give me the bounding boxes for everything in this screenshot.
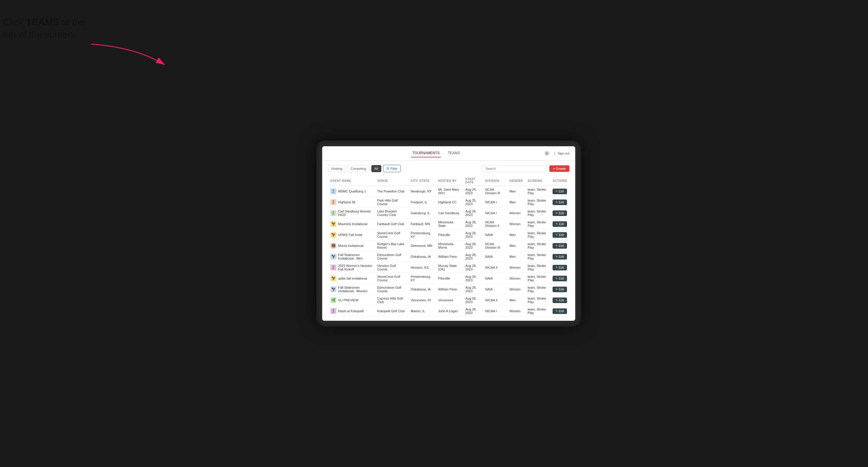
- toolbar: Hosting Competing All ☰ Filter + Create: [328, 165, 569, 172]
- table-row: 🏌️ Klash at Kokopelli Kokopelli Golf Clu…: [328, 306, 569, 317]
- cell-event-name: 🌿 VU PREVIEW: [328, 295, 375, 306]
- edit-button[interactable]: ✎ Edit: [553, 287, 567, 292]
- event-name-text: UPIKE Fall Invite: [338, 233, 363, 237]
- create-button[interactable]: + Create: [549, 165, 569, 172]
- search-input[interactable]: [482, 165, 547, 172]
- table-row: 🦅 Fall Statesmen Invitational - Women Ed…: [328, 284, 569, 295]
- table-header: EVENT NAME VENUE CITY, STATE HOSTED BY S…: [328, 176, 569, 186]
- cell-hosted-by: Vincennes: [436, 295, 463, 306]
- cell-actions: ✎ Edit: [550, 251, 569, 262]
- instruction-arrow: [83, 41, 170, 65]
- edit-button[interactable]: ✎ Edit: [553, 276, 567, 281]
- col-division: DIVISION: [483, 176, 507, 186]
- cell-scoring: team, Stroke Play: [525, 208, 550, 219]
- event-name-text: Fall Statesmen Invitational - Women: [338, 286, 372, 293]
- table-row: 🏌️ Carl Sandburg Women FA23 Lake Bracken…: [328, 208, 569, 219]
- cell-gender: Women: [507, 262, 526, 273]
- edit-label: Edit: [559, 201, 564, 204]
- cell-city-state: Faribault, MN: [408, 219, 436, 229]
- cell-gender: Men: [507, 251, 526, 262]
- edit-button[interactable]: ✎ Edit: [553, 243, 567, 249]
- event-name-text: 2023 Women's Hesston Fall Kickoff: [338, 264, 372, 271]
- cell-city-state: Prestonsburg, KY: [408, 229, 436, 241]
- cell-division: NICAA II: [483, 295, 507, 306]
- edit-icon: ✎: [556, 277, 558, 280]
- sign-out-link[interactable]: Sign out: [558, 152, 569, 155]
- cell-actions: ✎ Edit: [550, 306, 569, 317]
- cell-start-date: Aug 28, 2023: [463, 273, 483, 284]
- filter-all[interactable]: All: [371, 165, 381, 172]
- edit-button[interactable]: ✎ Edit: [553, 298, 567, 303]
- cell-actions: ✎ Edit: [550, 208, 569, 219]
- edit-icon: ✎: [556, 310, 558, 312]
- cell-gender: Women: [507, 306, 526, 317]
- cell-division: NAIA: [483, 251, 507, 262]
- edit-icon: ✎: [556, 299, 558, 302]
- event-name-text: Fall Statesmen Invitational - Men: [338, 253, 372, 260]
- cell-start-date: Aug 28, 2023: [463, 295, 483, 306]
- settings-icon[interactable]: ⚙: [544, 151, 550, 156]
- cell-gender: Men: [507, 229, 526, 241]
- edit-label: Edit: [559, 266, 564, 269]
- edit-icon: ✎: [556, 255, 558, 258]
- tab-tournaments[interactable]: TOURNAMENTS: [411, 149, 440, 157]
- edit-button[interactable]: ✎ Edit: [553, 221, 567, 227]
- cell-scoring: team, Stroke Play: [525, 284, 550, 295]
- edit-label: Edit: [559, 190, 564, 193]
- event-icon: 🏌️: [331, 264, 336, 271]
- cell-actions: ✎ Edit: [550, 186, 569, 197]
- cell-division: NAIA: [483, 284, 507, 295]
- edit-icon: ✎: [556, 212, 558, 215]
- event-icon: 🏌️: [331, 199, 336, 205]
- cell-scoring: team, Stroke Play: [525, 229, 550, 241]
- col-scoring: SCORING: [525, 176, 550, 186]
- edit-button[interactable]: ✎ Edit: [553, 265, 567, 271]
- edit-button[interactable]: ✎ Edit: [553, 210, 567, 216]
- edit-button[interactable]: ✎ Edit: [553, 189, 567, 194]
- instruction-text: Click TEAMS at the top of the screen.: [3, 16, 94, 41]
- edit-icon: ✎: [556, 244, 558, 247]
- cell-event-name: 🏌️ 2023 Women's Hesston Fall Kickoff: [328, 262, 375, 273]
- cell-event-name: 🐻 Morris Invitational: [328, 241, 375, 251]
- cell-start-date: Aug 28, 2023: [463, 251, 483, 262]
- cell-division: NCAA Division III: [483, 241, 507, 251]
- cell-start-date: Aug 25, 2023: [463, 197, 483, 208]
- edit-button[interactable]: ✎ Edit: [553, 199, 567, 205]
- filter-hosting[interactable]: Hosting: [328, 165, 345, 172]
- cell-gender: Men: [507, 241, 526, 251]
- event-icon: 🏌️: [331, 188, 336, 194]
- cell-city-state: Deerwood, MN: [408, 241, 436, 251]
- cell-start-date: Aug 28, 2023: [463, 284, 483, 295]
- cell-city-state: Marion, IL: [408, 306, 436, 317]
- cell-start-date: Aug 26, 2023: [463, 208, 483, 219]
- cell-event-name: 🏌️ MSMC Qualifying 1: [328, 186, 375, 197]
- edit-icon: ✎: [556, 190, 558, 193]
- edit-button[interactable]: ✎ Edit: [553, 254, 567, 259]
- event-icon: 🦅: [331, 221, 336, 227]
- edit-label: Edit: [559, 255, 564, 258]
- event-name-text: VU PREVIEW: [338, 299, 359, 302]
- cell-scoring: team, Stroke Play: [525, 251, 550, 262]
- table-row: 🦅 upike fall invitational StoneCrest Gol…: [328, 273, 569, 284]
- table-row: 🏌️ 2023 Women's Hesston Fall Kickoff Hes…: [328, 262, 569, 273]
- event-name-text: Morris Invitational: [338, 244, 363, 247]
- cell-event-name: 🦅 upike fall invitational: [328, 273, 375, 284]
- tab-teams[interactable]: TEAMS: [447, 149, 461, 157]
- cell-division: NCAA Division III: [483, 186, 507, 197]
- edit-button[interactable]: ✎ Edit: [553, 308, 567, 314]
- filter-competing[interactable]: Competing: [347, 165, 369, 172]
- edit-button[interactable]: ✎ Edit: [553, 232, 567, 238]
- cell-division: NICAA I: [483, 208, 507, 219]
- cell-division: NCAA Division II: [483, 219, 507, 229]
- cell-scoring: team, Stroke Play: [525, 186, 550, 197]
- cell-event-name: 🦅 Maverick Invitational: [328, 219, 375, 229]
- cell-scoring: team, Stroke Play: [525, 241, 550, 251]
- cell-venue: Ruttger's Bay Lake Resort: [375, 241, 408, 251]
- cell-hosted-by: William Penn: [436, 284, 463, 295]
- cell-city-state: Newburgh, NY: [408, 186, 436, 197]
- filter-button[interactable]: ☰ Filter: [383, 165, 401, 172]
- cell-gender: Women: [507, 219, 526, 229]
- edit-label: Edit: [559, 234, 564, 237]
- cell-hosted-by: Minnesota-Morris: [436, 241, 463, 251]
- event-name-text: Highland 36: [338, 200, 355, 204]
